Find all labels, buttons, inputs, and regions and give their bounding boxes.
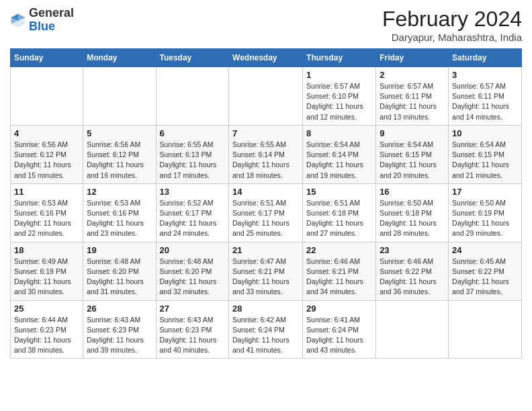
- day-number: 25: [14, 304, 79, 314]
- day-info: Sunrise: 6:54 AM Sunset: 6:15 PM Dayligh…: [380, 140, 445, 181]
- day-number: 19: [87, 245, 152, 255]
- day-info: Sunrise: 6:55 AM Sunset: 6:13 PM Dayligh…: [160, 140, 226, 181]
- day-number: 6: [160, 128, 226, 138]
- calendar-cell: [229, 67, 303, 126]
- day-info: Sunrise: 6:50 AM Sunset: 6:19 PM Dayligh…: [452, 198, 518, 239]
- day-info: Sunrise: 6:57 AM Sunset: 6:11 PM Dayligh…: [380, 81, 445, 122]
- day-number: 4: [14, 128, 79, 138]
- calendar-cell: [83, 67, 156, 126]
- calendar-cell: 17Sunrise: 6:50 AM Sunset: 6:19 PM Dayli…: [449, 183, 522, 242]
- calendar-cell: 13Sunrise: 6:52 AM Sunset: 6:17 PM Dayli…: [156, 183, 229, 242]
- day-info: Sunrise: 6:57 AM Sunset: 6:11 PM Dayligh…: [452, 81, 518, 122]
- day-number: 27: [160, 304, 226, 314]
- title-block: February 2024 Daryapur, Maharashtra, Ind…: [382, 7, 522, 43]
- calendar-week-1: 1Sunrise: 6:57 AM Sunset: 6:10 PM Daylig…: [11, 67, 522, 126]
- calendar-cell: 16Sunrise: 6:50 AM Sunset: 6:18 PM Dayli…: [376, 183, 449, 242]
- day-info: Sunrise: 6:43 AM Sunset: 6:23 PM Dayligh…: [160, 315, 226, 356]
- calendar-cell: 1Sunrise: 6:57 AM Sunset: 6:10 PM Daylig…: [303, 67, 376, 126]
- calendar-cell: 27Sunrise: 6:43 AM Sunset: 6:23 PM Dayli…: [156, 300, 229, 359]
- day-info: Sunrise: 6:52 AM Sunset: 6:17 PM Dayligh…: [160, 198, 226, 239]
- calendar-week-5: 25Sunrise: 6:44 AM Sunset: 6:23 PM Dayli…: [11, 300, 522, 359]
- day-number: 15: [306, 187, 372, 197]
- calendar-body: 1Sunrise: 6:57 AM Sunset: 6:10 PM Daylig…: [11, 67, 522, 359]
- day-number: 21: [232, 245, 299, 255]
- day-number: 8: [306, 128, 372, 138]
- day-info: Sunrise: 6:44 AM Sunset: 6:23 PM Dayligh…: [14, 315, 79, 356]
- calendar-cell: 18Sunrise: 6:49 AM Sunset: 6:19 PM Dayli…: [11, 242, 83, 300]
- col-saturday: Saturday: [449, 49, 522, 67]
- calendar-cell: 19Sunrise: 6:48 AM Sunset: 6:20 PM Dayli…: [83, 242, 156, 300]
- day-info: Sunrise: 6:41 AM Sunset: 6:24 PM Dayligh…: [306, 315, 372, 356]
- day-number: 9: [380, 128, 445, 138]
- calendar-cell: 8Sunrise: 6:54 AM Sunset: 6:14 PM Daylig…: [303, 125, 376, 183]
- day-number: 7: [232, 128, 299, 138]
- calendar-cell: 20Sunrise: 6:48 AM Sunset: 6:20 PM Dayli…: [156, 242, 229, 300]
- day-info: Sunrise: 6:46 AM Sunset: 6:22 PM Dayligh…: [380, 257, 445, 298]
- day-number: 14: [232, 187, 299, 197]
- day-info: Sunrise: 6:51 AM Sunset: 6:18 PM Dayligh…: [306, 198, 372, 239]
- calendar-cell: 5Sunrise: 6:56 AM Sunset: 6:12 PM Daylig…: [83, 125, 156, 183]
- calendar-week-3: 11Sunrise: 6:53 AM Sunset: 6:16 PM Dayli…: [11, 183, 522, 242]
- calendar-cell: 24Sunrise: 6:45 AM Sunset: 6:22 PM Dayli…: [449, 242, 522, 300]
- day-info: Sunrise: 6:54 AM Sunset: 6:14 PM Dayligh…: [306, 140, 372, 181]
- day-number: 17: [452, 187, 518, 197]
- calendar-table: Sunday Monday Tuesday Wednesday Thursday…: [10, 48, 522, 359]
- col-sunday: Sunday: [11, 49, 83, 67]
- calendar-cell: 15Sunrise: 6:51 AM Sunset: 6:18 PM Dayli…: [303, 183, 376, 242]
- day-number: 23: [380, 245, 445, 255]
- logo-blue: Blue: [29, 19, 55, 33]
- day-number: 11: [14, 187, 79, 197]
- col-wednesday: Wednesday: [229, 49, 303, 67]
- calendar-cell: 29Sunrise: 6:41 AM Sunset: 6:24 PM Dayli…: [303, 300, 376, 359]
- calendar-cell: [156, 67, 229, 126]
- calendar-cell: 21Sunrise: 6:47 AM Sunset: 6:21 PM Dayli…: [229, 242, 303, 300]
- calendar-cell: [11, 67, 83, 126]
- day-info: Sunrise: 6:51 AM Sunset: 6:17 PM Dayligh…: [232, 198, 299, 239]
- day-info: Sunrise: 6:53 AM Sunset: 6:16 PM Dayligh…: [14, 198, 79, 239]
- day-number: 10: [452, 128, 518, 138]
- day-number: 1: [306, 70, 372, 80]
- day-number: 5: [87, 128, 152, 138]
- day-info: Sunrise: 6:45 AM Sunset: 6:22 PM Dayligh…: [452, 257, 518, 298]
- day-number: 16: [380, 187, 445, 197]
- col-thursday: Thursday: [303, 49, 376, 67]
- calendar-cell: 23Sunrise: 6:46 AM Sunset: 6:22 PM Dayli…: [376, 242, 449, 300]
- day-info: Sunrise: 6:55 AM Sunset: 6:14 PM Dayligh…: [232, 140, 299, 181]
- day-info: Sunrise: 6:53 AM Sunset: 6:16 PM Dayligh…: [87, 198, 152, 239]
- col-tuesday: Tuesday: [156, 49, 229, 67]
- calendar-cell: 25Sunrise: 6:44 AM Sunset: 6:23 PM Dayli…: [11, 300, 83, 359]
- day-number: 28: [232, 304, 299, 314]
- day-number: 13: [160, 187, 226, 197]
- calendar-cell: 26Sunrise: 6:43 AM Sunset: 6:23 PM Dayli…: [83, 300, 156, 359]
- day-info: Sunrise: 6:49 AM Sunset: 6:19 PM Dayligh…: [14, 257, 79, 298]
- day-info: Sunrise: 6:57 AM Sunset: 6:10 PM Dayligh…: [306, 81, 372, 122]
- day-info: Sunrise: 6:47 AM Sunset: 6:21 PM Dayligh…: [232, 257, 299, 298]
- logo-icon: [10, 12, 26, 28]
- day-info: Sunrise: 6:54 AM Sunset: 6:15 PM Dayligh…: [452, 140, 518, 181]
- page-header: General Blue February 2024 Daryapur, Mah…: [10, 7, 522, 43]
- day-info: Sunrise: 6:56 AM Sunset: 6:12 PM Dayligh…: [14, 140, 79, 181]
- day-number: 12: [87, 187, 152, 197]
- day-info: Sunrise: 6:42 AM Sunset: 6:24 PM Dayligh…: [232, 315, 299, 356]
- logo-text: General Blue: [29, 7, 74, 34]
- day-number: 24: [452, 245, 518, 255]
- month-year-title: February 2024: [382, 7, 522, 32]
- calendar-cell: 6Sunrise: 6:55 AM Sunset: 6:13 PM Daylig…: [156, 125, 229, 183]
- calendar-cell: 7Sunrise: 6:55 AM Sunset: 6:14 PM Daylig…: [229, 125, 303, 183]
- calendar-cell: [376, 300, 449, 359]
- calendar-cell: 9Sunrise: 6:54 AM Sunset: 6:15 PM Daylig…: [376, 125, 449, 183]
- calendar-week-4: 18Sunrise: 6:49 AM Sunset: 6:19 PM Dayli…: [11, 242, 522, 300]
- day-info: Sunrise: 6:46 AM Sunset: 6:21 PM Dayligh…: [306, 257, 372, 298]
- header-row: Sunday Monday Tuesday Wednesday Thursday…: [11, 49, 522, 67]
- calendar-week-2: 4Sunrise: 6:56 AM Sunset: 6:12 PM Daylig…: [11, 125, 522, 183]
- col-friday: Friday: [376, 49, 449, 67]
- day-number: 29: [306, 304, 372, 314]
- day-number: 3: [452, 70, 518, 80]
- calendar-cell: 3Sunrise: 6:57 AM Sunset: 6:11 PM Daylig…: [449, 67, 522, 126]
- day-number: 26: [87, 304, 152, 314]
- calendar-cell: 22Sunrise: 6:46 AM Sunset: 6:21 PM Dayli…: [303, 242, 376, 300]
- day-info: Sunrise: 6:43 AM Sunset: 6:23 PM Dayligh…: [87, 315, 152, 356]
- calendar-cell: 4Sunrise: 6:56 AM Sunset: 6:12 PM Daylig…: [11, 125, 83, 183]
- day-info: Sunrise: 6:56 AM Sunset: 6:12 PM Dayligh…: [87, 140, 152, 181]
- calendar-cell: 10Sunrise: 6:54 AM Sunset: 6:15 PM Dayli…: [449, 125, 522, 183]
